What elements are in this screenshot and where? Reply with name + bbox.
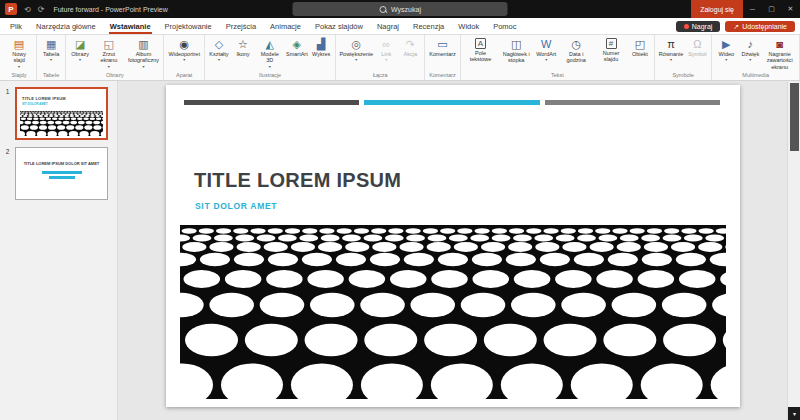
ribbon-group-buttons: ◇Kształty▾☆Ikony◭Modele 3D▾◈SmartArt▟Wyk… [207, 35, 333, 72]
tab-wstawianie[interactable]: Wstawianie [103, 18, 158, 34]
share-button[interactable]: ↗Udostępnianie [725, 21, 795, 32]
wordart-button[interactable]: WWordArt▾ [534, 35, 558, 62]
nagranie-zawartosci-ekranu-button[interactable]: ◙Nagranie zawartości ekranu [762, 35, 797, 70]
ribbon-group-slajdy: ▤Nowy slajd▾Slajdy [2, 35, 37, 80]
record-button[interactable]: Nagraj [676, 21, 721, 32]
ribbon-tabs: PlikNarzędzia główneWstawianieProjektowa… [3, 18, 523, 34]
slide-accent-bar [364, 100, 539, 105]
powiekszenie-button[interactable]: ◎Powiększenie▾ [338, 35, 374, 62]
maximize-button[interactable]: ▢ [762, 0, 781, 18]
dropdown-caret-icon: ▾ [545, 58, 547, 62]
smartart-button[interactable]: ◈SmartArt [284, 35, 309, 57]
zoom-icon: ◎ [351, 37, 361, 51]
window-title: Future forward - PowerPoint Preview [53, 6, 167, 13]
tab-animacje[interactable]: Animacje [263, 18, 308, 34]
pole-tekstowe-button[interactable]: APole tekstowe [463, 35, 498, 63]
ribbon-group-aparat: ◉Wideoportret▾Aparat [164, 35, 205, 80]
modele-3d-button[interactable]: ◭Modele 3D▾ [255, 35, 284, 69]
slide-canvas[interactable]: TITLE LOREM IPSUM SIT DOLOR AMET [166, 85, 740, 407]
dropdown-caret-icon: ▾ [749, 58, 751, 62]
pictures-icon: ◪ [75, 37, 85, 51]
tab-widok[interactable]: Widok [451, 18, 486, 34]
button-label: Obiekt [632, 51, 648, 57]
slide-title-text[interactable]: TITLE LOREM IPSUM [194, 169, 401, 192]
link-icon: ∞ [382, 37, 390, 51]
ribbon-group-label: Multimedia [714, 72, 797, 80]
scrollbar-thumb[interactable] [790, 83, 799, 151]
video-icon: ▶ [722, 37, 730, 51]
rownanie-button[interactable]: πRównanie▾ [657, 35, 685, 62]
tab-plik[interactable]: Plik [3, 18, 29, 34]
comment-icon: ▭ [437, 37, 447, 51]
equation-icon: π [667, 37, 675, 51]
numer-slajdu-button[interactable]: #Numer slajdu [594, 35, 628, 63]
ribbon-group-obrazy: ◪Obrazy▾◱Zrzut ekranu▾▥Album fotograficz… [66, 35, 164, 80]
tab-nagraj[interactable]: Nagraj [370, 18, 406, 34]
screen-recording-icon: ◙ [776, 37, 783, 51]
tab-pomoc[interactable]: Pomoc [486, 18, 523, 34]
data-i-godzina-button[interactable]: ◷Data i godzina [558, 35, 594, 64]
undo-icon[interactable]: ⟲ [24, 5, 31, 14]
ribbon-group-buttons: ◉Wideoportret▾ [166, 35, 202, 72]
dropdown-caret-icon: ▾ [50, 58, 52, 62]
wordart-icon: W [541, 37, 551, 51]
icons-icon: ☆ [238, 37, 248, 51]
slide-picture[interactable] [180, 225, 726, 399]
slide-subtitle-text[interactable]: SIT DOLOR AMET [195, 201, 277, 211]
button-label: Modele 3D [257, 51, 282, 64]
minimize-button[interactable]: ─ [743, 0, 762, 18]
tab-narzedzia-glowne[interactable]: Narzędzia główne [29, 18, 103, 34]
naglowek-i-stopka-button[interactable]: ◫Nagłówek i stopka [498, 35, 534, 64]
tab-przejscia[interactable]: Przejścia [219, 18, 263, 34]
button-label: Akcja [404, 51, 417, 57]
wideo-button[interactable]: ▶Wideo▾ [714, 35, 738, 62]
button-label: Data i godzina [560, 51, 592, 64]
slide-thumbnail-1[interactable]: TITLE LOREM IPSUMSIT DOLOR AMET [15, 87, 108, 140]
button-label: Wykres [312, 51, 330, 57]
ribbon-group-buttons: ▭Komentarz [427, 35, 458, 72]
circles-pattern-image [180, 225, 726, 399]
tab-recenzja[interactable]: Recenzja [406, 18, 451, 34]
ribbon-group-label: Obrazy [68, 72, 161, 80]
akcja-button: ↷Akcja [398, 35, 422, 57]
powerpoint-logo-icon[interactable]: P [5, 3, 17, 15]
dropdown-caret-icon: ▾ [79, 58, 81, 62]
scroll-down-button[interactable]: ▾ [788, 407, 800, 420]
ksztalty-button[interactable]: ◇Kształty▾ [207, 35, 231, 62]
new-slide-icon: ▤ [14, 37, 24, 51]
ribbon-tab-bar: PlikNarzędzia główneWstawianieProjektowa… [0, 18, 800, 35]
ikony-button[interactable]: ☆Ikony [231, 35, 255, 57]
dropdown-caret-icon: ▾ [218, 58, 220, 62]
ribbon-group-buttons: πRównanie▾ΩSymbol [657, 35, 709, 72]
sign-in-button[interactable]: Zaloguj się [691, 0, 743, 18]
tab-projektowanie[interactable]: Projektowanie [158, 18, 219, 34]
button-label: SmartArt [286, 51, 308, 57]
title-bar: P ⟲ ⟳ Future forward - PowerPoint Previe… [0, 0, 800, 18]
tabela-button[interactable]: ▦Tabela▾ [39, 35, 63, 62]
slide-thumbnail-2[interactable]: TITLE LOREM IPSUM DOLOR SIT AMET [15, 147, 108, 200]
ribbon-group-label: Slajdy [4, 72, 34, 80]
album-fotograficzny-button[interactable]: ▥Album fotograficzny▾ [125, 35, 161, 69]
titlebar-right: Zaloguj się ─ ▢ ✕ [691, 0, 800, 18]
record-button-label: Nagraj [692, 23, 713, 30]
tab-pokaz-slajdow[interactable]: Pokaz slajdów [308, 18, 370, 34]
obrazy-button[interactable]: ◪Obrazy▾ [68, 35, 92, 62]
button-label: Komentarz [429, 51, 456, 57]
nowy-slajd-button[interactable]: ▤Nowy slajd▾ [4, 35, 34, 69]
dzwiek-button[interactable]: ♪Dźwięk▾ [738, 35, 762, 62]
obiekt-button[interactable]: ◰Obiekt [628, 35, 652, 57]
dropdown-caret-icon: ▾ [183, 58, 185, 62]
zrzut-ekranu-button[interactable]: ◱Zrzut ekranu▾ [92, 35, 125, 69]
vertical-scrollbar[interactable]: ▾ [787, 81, 800, 420]
search-box[interactable]: Wyszukaj [293, 2, 508, 16]
cameo-icon: ◉ [179, 37, 189, 51]
button-label: Album fotograficzny [127, 51, 159, 64]
thumbnail-subtitle: SIT DOLOR AMET [22, 102, 48, 106]
komentarz-button[interactable]: ▭Komentarz [427, 35, 458, 57]
dropdown-caret-icon: ▾ [355, 58, 357, 62]
redo-icon[interactable]: ⟳ [38, 5, 45, 14]
close-button[interactable]: ✕ [781, 0, 800, 18]
ribbon-group-buttons: APole tekstowe◫Nagłówek i stopkaWWordArt… [463, 35, 652, 72]
wideoportret-button[interactable]: ◉Wideoportret▾ [166, 35, 202, 62]
wykres-button[interactable]: ▟Wykres [309, 35, 333, 57]
